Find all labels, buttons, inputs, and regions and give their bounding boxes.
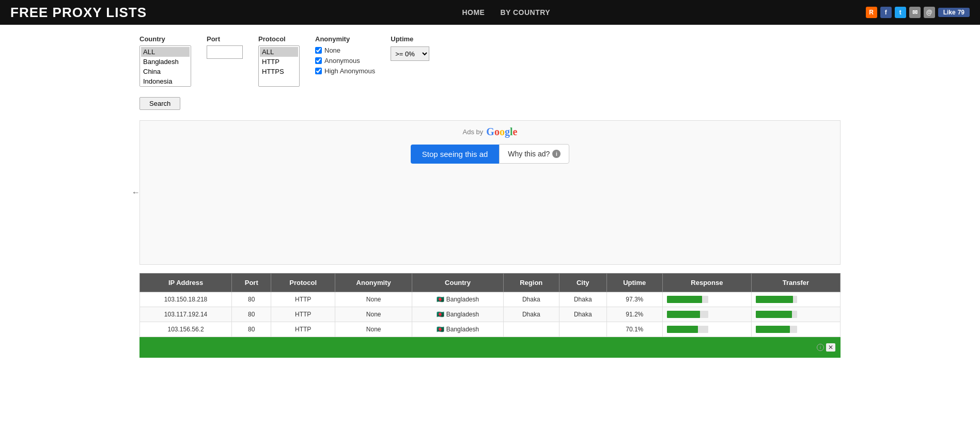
cell-country: 🇧🇩Bangladesh xyxy=(412,322,503,337)
col-uptime: Uptime xyxy=(606,274,662,292)
ad-close: i ✕ xyxy=(817,343,835,352)
cell-country: 🇧🇩Bangladesh xyxy=(412,292,503,307)
cell-anonymity: None xyxy=(335,307,412,322)
high-anonymous-checkbox[interactable]: High Anonymous xyxy=(315,67,375,75)
none-checkbox[interactable]: None xyxy=(315,46,375,54)
filter-section: Country ALL Bangladesh China Indonesia P… xyxy=(0,25,980,120)
cell-region: Dhaka xyxy=(503,292,559,307)
col-anonymity: Anonymity xyxy=(335,274,412,292)
fb-like-label: Like xyxy=(943,9,956,16)
cell-response xyxy=(662,292,751,307)
search-button[interactable]: Search xyxy=(139,97,180,110)
port-input[interactable] xyxy=(207,45,243,59)
proxy-table: IP Address Port Protocol Anonymity Count… xyxy=(139,273,841,337)
none-label: None xyxy=(324,46,340,54)
ad-info-icon[interactable]: i xyxy=(817,344,824,351)
bottom-ad-banner: i ✕ xyxy=(139,337,841,358)
rss-icon[interactable]: R xyxy=(866,7,877,18)
ad-buttons: Stop seeing this ad Why this ad? i xyxy=(411,144,570,164)
none-checkbox-input[interactable] xyxy=(315,47,322,54)
high-anonymous-label: High Anonymous xyxy=(324,67,375,75)
anonymity-checkboxes: None Anonymous High Anonymous xyxy=(315,46,375,75)
site-logo[interactable]: FREE PROXY LISTS xyxy=(10,5,147,21)
cell-country: 🇧🇩Bangladesh xyxy=(412,307,503,322)
high-anonymous-checkbox-input[interactable] xyxy=(315,68,322,74)
share-icon[interactable]: ✉ xyxy=(909,7,921,18)
anonymity-filter: Anonymity None Anonymous High Anonymous xyxy=(315,35,375,75)
nav-home[interactable]: HOME xyxy=(462,8,485,17)
col-protocol: Protocol xyxy=(271,274,335,292)
country-filter: Country ALL Bangladesh China Indonesia xyxy=(139,35,191,87)
col-ip: IP Address xyxy=(140,274,232,292)
cell-anonymity: None xyxy=(335,322,412,337)
anonymity-label: Anonymity xyxy=(315,35,375,43)
ad-section: ← Ads by Google Stop seeing this ad Why … xyxy=(139,120,841,265)
anonymous-checkbox[interactable]: Anonymous xyxy=(315,57,375,65)
nav-by-country[interactable]: BY COUNTRY xyxy=(500,8,550,17)
email-icon[interactable]: @ xyxy=(924,7,935,18)
twitter-icon[interactable]: t xyxy=(895,7,906,18)
cell-uptime: 70.1% xyxy=(606,322,662,337)
cell-anonymity: None xyxy=(335,292,412,307)
cell-region: Dhaka xyxy=(503,307,559,322)
cell-protocol: HTTP xyxy=(271,307,335,322)
cell-uptime: 91.2% xyxy=(606,307,662,322)
filter-row: Country ALL Bangladesh China Indonesia P… xyxy=(139,35,841,87)
ad-header: Ads by Google xyxy=(463,126,518,138)
cell-city: Dhaka xyxy=(559,292,606,307)
cell-transfer xyxy=(751,307,840,322)
ad-close-button[interactable]: ✕ xyxy=(826,343,835,352)
table-header-row: IP Address Port Protocol Anonymity Count… xyxy=(140,274,841,292)
port-filter: Port xyxy=(207,35,243,59)
facebook-like-button[interactable]: Like 79 xyxy=(938,8,970,17)
col-port: Port xyxy=(232,274,271,292)
cell-city xyxy=(559,322,606,337)
col-transfer: Transfer xyxy=(751,274,840,292)
cell-port: 80 xyxy=(232,322,271,337)
ads-by-text: Ads by xyxy=(463,128,484,136)
info-icon: i xyxy=(552,150,561,158)
google-logo: Google xyxy=(486,126,517,138)
anonymous-label: Anonymous xyxy=(324,57,360,65)
anonymous-checkbox-input[interactable] xyxy=(315,57,322,64)
table-row: 103.150.18.21880HTTPNone🇧🇩BangladeshDhak… xyxy=(140,292,841,307)
col-region: Region xyxy=(503,274,559,292)
cell-response xyxy=(662,307,751,322)
cell-transfer xyxy=(751,322,840,337)
table-body: 103.150.18.21880HTTPNone🇧🇩BangladeshDhak… xyxy=(140,292,841,337)
cell-city: Dhaka xyxy=(559,307,606,322)
stop-seeing-ad-button[interactable]: Stop seeing this ad xyxy=(411,145,500,164)
cell-port: 80 xyxy=(232,307,271,322)
protocol-select[interactable]: ALL HTTP HTTPS xyxy=(258,45,300,87)
main-nav: HOME BY COUNTRY xyxy=(462,8,550,17)
col-response: Response xyxy=(662,274,751,292)
uptime-select[interactable]: >= 0% >= 25% >= 50% >= 75% >= 90% xyxy=(391,46,429,61)
facebook-icon[interactable]: f xyxy=(880,7,892,18)
cell-port: 80 xyxy=(232,292,271,307)
country-select[interactable]: ALL Bangladesh China Indonesia xyxy=(139,45,191,87)
cell-uptime: 97.3% xyxy=(606,292,662,307)
protocol-filter: Protocol ALL HTTP HTTPS xyxy=(258,35,300,87)
uptime-label: Uptime xyxy=(391,35,429,43)
header-right: R f t ✉ @ Like 79 xyxy=(866,7,970,18)
cell-protocol: HTTP xyxy=(271,292,335,307)
col-country: Country xyxy=(412,274,503,292)
table-row: 103.117.192.1480HTTPNone🇧🇩BangladeshDhak… xyxy=(140,307,841,322)
uptime-filter: Uptime >= 0% >= 25% >= 50% >= 75% >= 90% xyxy=(391,35,429,61)
why-ad-label: Why this ad? xyxy=(508,150,550,158)
port-label: Port xyxy=(207,35,243,43)
header: FREE PROXY LISTS HOME BY COUNTRY R f t ✉… xyxy=(0,0,980,25)
why-this-ad-button[interactable]: Why this ad? i xyxy=(499,144,569,164)
cell-ip: 103.156.56.2 xyxy=(140,322,232,337)
table-section: IP Address Port Protocol Anonymity Count… xyxy=(139,273,841,337)
cell-protocol: HTTP xyxy=(271,322,335,337)
cell-transfer xyxy=(751,292,840,307)
cell-ip: 103.150.18.218 xyxy=(140,292,232,307)
cell-region xyxy=(503,322,559,337)
table-row: 103.156.56.280HTTPNone🇧🇩Bangladesh70.1% xyxy=(140,322,841,337)
cell-response xyxy=(662,322,751,337)
fb-like-count: 79 xyxy=(958,9,965,16)
cell-ip: 103.117.192.14 xyxy=(140,307,232,322)
protocol-label: Protocol xyxy=(258,35,300,43)
back-arrow-icon[interactable]: ← xyxy=(132,188,140,197)
